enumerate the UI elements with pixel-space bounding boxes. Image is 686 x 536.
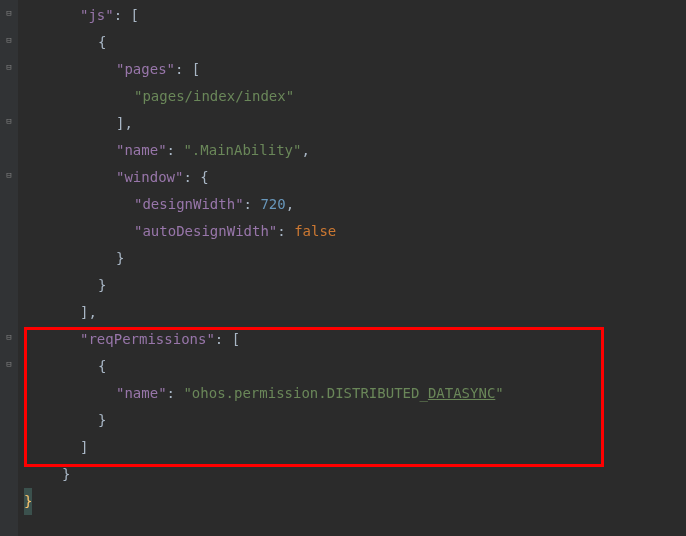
code-line: "designWidth": 720, [24, 191, 686, 218]
code-line: "js": [ [24, 2, 686, 29]
fold-icon[interactable]: ⊟ [4, 332, 14, 342]
code-line: "name": "ohos.permission.DISTRIBUTED_DAT… [24, 380, 686, 407]
code-line: } [24, 272, 686, 299]
code-content[interactable]: "js": [ { "pages": [ "pages/index/index"… [18, 0, 686, 536]
code-line: ], [24, 299, 686, 326]
code-line: "window": { [24, 164, 686, 191]
code-line: "autoDesignWidth": false [24, 218, 686, 245]
code-line: "pages": [ [24, 56, 686, 83]
code-line: } [24, 461, 686, 488]
code-line: "name": ".MainAbility", [24, 137, 686, 164]
code-line: ] [24, 434, 686, 461]
fold-icon[interactable]: ⊟ [4, 170, 14, 180]
code-line: { [24, 353, 686, 380]
code-line: "reqPermissions": [ [24, 326, 686, 353]
code-editor[interactable]: ⊟ ⊟ ⊟ ⊟ ⊟ ⊟ ⊟ "js": [ { "pages": [ "page… [0, 0, 686, 536]
gutter: ⊟ ⊟ ⊟ ⊟ ⊟ ⊟ ⊟ [0, 0, 18, 536]
code-line: } [24, 245, 686, 272]
code-line: } [24, 488, 686, 515]
fold-icon[interactable]: ⊟ [4, 62, 14, 72]
fold-icon[interactable]: ⊟ [4, 35, 14, 45]
fold-icon[interactable]: ⊟ [4, 8, 14, 18]
code-line: } [24, 407, 686, 434]
code-line: ], [24, 110, 686, 137]
code-line: "pages/index/index" [24, 83, 686, 110]
fold-icon[interactable]: ⊟ [4, 359, 14, 369]
code-line: { [24, 29, 686, 56]
fold-icon[interactable]: ⊟ [4, 116, 14, 126]
